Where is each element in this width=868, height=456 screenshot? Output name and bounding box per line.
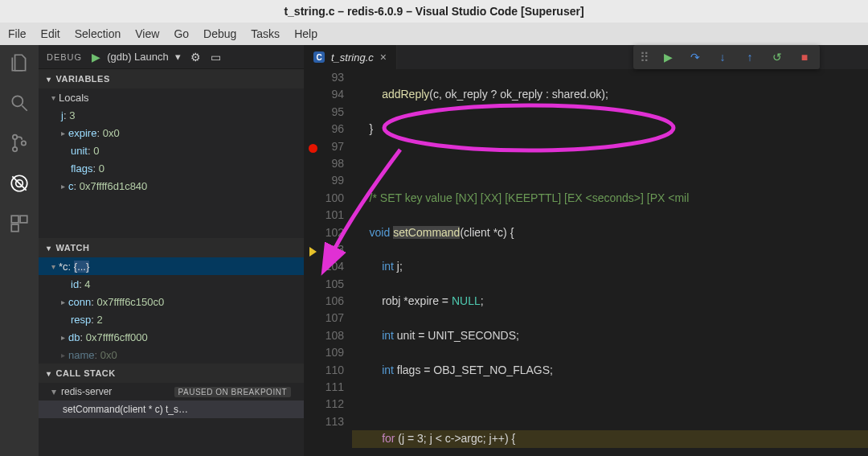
- chevron-down-icon[interactable]: ▾: [175, 51, 181, 63]
- watch-resp[interactable]: resp: 2: [39, 310, 304, 328]
- menu-selection[interactable]: Selection: [75, 27, 121, 40]
- breakpoint-gutter[interactable]: [304, 69, 321, 456]
- tab-title: t_string.c: [331, 51, 374, 64]
- execution-pointer-icon: [309, 247, 317, 257]
- watch-conn[interactable]: ▸conn: 0x7ffff6c150c0: [39, 293, 304, 310]
- editor-area: C t_string.c × ⠿ ▶ ↷ ↓ ↑ ↺ ■: [304, 45, 868, 456]
- watch-section[interactable]: ▾ WATCH: [39, 238, 304, 257]
- watch-title: WATCH: [56, 243, 90, 253]
- local-unit[interactable]: unit: 0: [39, 142, 304, 159]
- chevron-down-icon: ▾: [51, 93, 55, 102]
- step-into-button[interactable]: ↓: [714, 48, 731, 66]
- menu-debug[interactable]: Debug: [203, 27, 236, 40]
- chevron-down-icon: ▾: [47, 244, 51, 253]
- debug-icon[interactable]: [8, 172, 31, 195]
- chevron-down-icon: ▾: [47, 75, 51, 84]
- launch-config-name: (gdb) Launch: [107, 51, 169, 63]
- source-control-icon[interactable]: [8, 132, 31, 154]
- menubar: File Edit Selection View Go Debug Tasks …: [0, 23, 868, 45]
- gear-icon[interactable]: ⚙: [190, 51, 201, 64]
- svg-rect-8: [11, 224, 18, 232]
- chevron-right-icon: ▸: [61, 298, 65, 306]
- start-debug-icon[interactable]: ▶: [92, 51, 100, 64]
- callstack-process[interactable]: ▾ redis-server PAUSED ON BREAKPOINT: [39, 383, 304, 401]
- debug-label: DEBUG: [47, 52, 82, 62]
- chevron-right-icon: ▸: [61, 129, 65, 138]
- chevron-right-icon: ▸: [61, 333, 65, 342]
- chevron-down-icon: ▾: [51, 262, 55, 271]
- activity-bar: [0, 45, 39, 456]
- drag-handle-icon[interactable]: ⠿: [640, 50, 649, 65]
- close-icon[interactable]: ×: [380, 51, 387, 64]
- svg-rect-6: [11, 216, 18, 223]
- watch-name[interactable]: ▸name: 0x0: [39, 346, 304, 364]
- window-title: t_string.c – redis-6.0.9 – Visual Studio…: [284, 5, 583, 18]
- menu-edit[interactable]: Edit: [41, 27, 60, 40]
- debug-sidebar: DEBUG ▶ (gdb) Launch ▾ ⚙ ▭ ▾ VARIABLES ▾…: [39, 45, 304, 456]
- svg-point-3: [22, 141, 26, 145]
- restart-button[interactable]: ↺: [768, 48, 786, 66]
- svg-rect-7: [20, 216, 27, 223]
- launch-config-select[interactable]: ▶ (gdb) Launch ▾: [92, 51, 181, 64]
- debug-console-icon[interactable]: ▭: [211, 51, 221, 64]
- code-area[interactable]: 9394959697989910010110210310410510610710…: [304, 69, 868, 456]
- menu-tasks[interactable]: Tasks: [251, 27, 280, 40]
- line-numbers: 9394959697989910010110210310410510610710…: [321, 69, 352, 456]
- watch-c[interactable]: ▾*c: {...}: [39, 257, 304, 275]
- window-titlebar: t_string.c – redis-6.0.9 – Visual Studio…: [0, 0, 868, 23]
- watch-db[interactable]: ▸db: 0x7ffff6cff000: [39, 328, 304, 346]
- menu-file[interactable]: File: [8, 27, 27, 40]
- paused-badge: PAUSED ON BREAKPOINT: [174, 387, 291, 397]
- step-over-button[interactable]: ↷: [686, 48, 704, 66]
- local-j[interactable]: j: 3: [39, 106, 304, 124]
- menu-view[interactable]: View: [135, 27, 159, 40]
- locals-group[interactable]: ▾ Locals: [39, 88, 304, 106]
- debug-header: DEBUG ▶ (gdb) Launch ▾ ⚙ ▭: [39, 45, 304, 69]
- svg-point-2: [13, 147, 17, 151]
- svg-point-1: [13, 135, 17, 139]
- continue-button[interactable]: ▶: [659, 48, 677, 66]
- callstack-frame[interactable]: setCommand(client * c) t_s…: [39, 401, 304, 418]
- svg-point-0: [12, 96, 23, 106]
- stop-button[interactable]: ■: [796, 48, 813, 66]
- callstack-title: CALL STACK: [56, 368, 116, 378]
- files-icon[interactable]: [8, 51, 31, 74]
- local-c[interactable]: ▸c: 0x7ffff6d1c840: [39, 177, 304, 195]
- local-expire[interactable]: ▸expire: 0x0: [39, 124, 304, 142]
- menu-go[interactable]: Go: [174, 27, 189, 40]
- chevron-right-icon: ▸: [61, 351, 65, 359]
- search-icon[interactable]: [8, 92, 31, 114]
- process-name: redis-server: [61, 386, 112, 397]
- variables-section[interactable]: ▾ VARIABLES: [39, 69, 304, 88]
- chevron-right-icon: ▸: [61, 182, 65, 191]
- tab-tstring[interactable]: C t_string.c ×: [304, 45, 397, 69]
- step-out-button[interactable]: ↑: [741, 48, 759, 66]
- debug-toolbar[interactable]: ⠿ ▶ ↷ ↓ ↑ ↺ ■: [633, 45, 820, 69]
- breakpoint-icon[interactable]: [309, 144, 317, 153]
- watch-id[interactable]: id: 4: [39, 275, 304, 293]
- c-file-icon: C: [313, 51, 325, 63]
- local-flags[interactable]: flags: 0: [39, 159, 304, 177]
- chevron-down-icon: ▾: [51, 386, 56, 397]
- variables-title: VARIABLES: [56, 74, 110, 84]
- code-body[interactable]: addReply(c, ok_reply ? ok_reply : shared…: [352, 69, 868, 456]
- gutter: 9394959697989910010110210310410510610710…: [304, 69, 352, 456]
- extensions-icon[interactable]: [8, 212, 31, 235]
- chevron-down-icon: ▾: [47, 369, 51, 378]
- callstack-section[interactable]: ▾ CALL STACK: [39, 364, 304, 383]
- menu-help[interactable]: Help: [294, 27, 317, 40]
